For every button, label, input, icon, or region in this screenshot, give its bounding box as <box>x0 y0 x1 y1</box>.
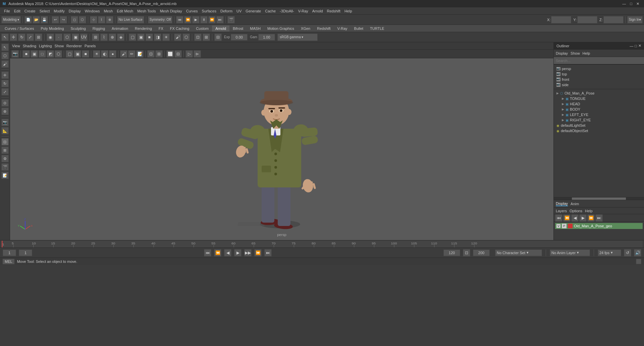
vp-tb-safe1[interactable]: ⬜ <box>166 50 174 58</box>
outliner-menu-help[interactable]: Help <box>583 51 590 55</box>
vp-tb-iso2[interactable]: ⊞ <box>155 50 163 58</box>
open-btn[interactable]: 📂 <box>33 16 40 23</box>
vp-tb-smooth-wire[interactable]: ▣ <box>74 50 81 58</box>
vertex-mode-btn[interactable]: · <box>55 34 62 41</box>
menu-vray[interactable]: V-Ray <box>296 8 310 14</box>
menu-edit[interactable]: Edit <box>12 8 22 14</box>
camera-persp-item[interactable]: 📷 persp <box>555 66 643 71</box>
vp-tb-paint3[interactable]: 📝 <box>136 50 144 58</box>
attr-editor-btn[interactable]: ⊞ <box>1 147 9 154</box>
no-live-surface-btn[interactable]: No Live Surface <box>117 16 144 23</box>
resolution-btn[interactable]: ⊡ <box>194 34 202 41</box>
outliner-menu-show[interactable]: Show <box>571 51 580 55</box>
tab-sculpting[interactable]: Sculpting <box>67 25 89 32</box>
tab-turtle[interactable]: TURTLE <box>367 25 388 32</box>
camera-top-item[interactable]: 📷 top <box>555 71 643 77</box>
maximize-btn[interactable]: □ <box>628 2 634 6</box>
outliner-minimize-btn[interactable]: — <box>630 44 633 48</box>
layer-item-old-man[interactable]: V P Old_Man_A_Pose_geo <box>555 223 643 229</box>
tree-item-tongue[interactable]: ▶ ▣ TONGUE <box>555 96 643 101</box>
y-field[interactable] <box>577 16 597 23</box>
tab-fx-caching[interactable]: FX Caching <box>167 25 193 32</box>
fps-dropdown[interactable]: 24 fps ▾ <box>598 249 621 256</box>
vp-tb-select3[interactable]: □ <box>39 50 46 58</box>
texture-btn[interactable]: ◨ <box>154 34 161 41</box>
vp-tb-cam-btn[interactable]: 📷 <box>11 50 19 58</box>
tab-custom[interactable]: Custom <box>193 25 212 32</box>
snap-point-btn[interactable]: ⊕ <box>106 16 113 23</box>
menu-cache[interactable]: Cache <box>263 8 278 14</box>
tree-item-light-set[interactable]: ◉ defaultLightSet <box>555 123 643 128</box>
snap-curve-btn[interactable]: ⌇ <box>98 16 105 23</box>
move-tool-btn[interactable]: ✛ <box>1 71 9 79</box>
layer-next2-btn[interactable]: ⏩ <box>587 214 595 222</box>
layer-next3-btn[interactable]: ⏭ <box>595 214 603 222</box>
sub-menu-options[interactable]: Options <box>570 209 582 213</box>
vp-tb-safe2[interactable]: ⊟ <box>174 50 182 58</box>
menu-mesh-tools[interactable]: Mesh Tools <box>135 8 158 14</box>
lasso-tool-btn[interactable]: ⬡ <box>1 52 9 59</box>
vp-tb-wire[interactable]: ▢ <box>66 50 73 58</box>
end-frame-field1[interactable] <box>443 249 460 256</box>
outliner-menu-display[interactable]: Display <box>556 51 568 55</box>
vp-tb-playblast2[interactable]: ⊳ <box>194 50 201 58</box>
render-btn[interactable]: 🎬 <box>227 16 235 23</box>
tree-item-body[interactable]: ▶ ▣ BODY <box>555 107 643 112</box>
lasso-btn[interactable]: ⬡ <box>79 16 86 23</box>
soft-mod-btn[interactable]: ⊙ <box>1 99 9 107</box>
no-character-dropdown[interactable]: No Character Set ▾ <box>495 249 542 256</box>
gamma-field[interactable]: 1.00 <box>258 34 275 41</box>
vp-tb-select5[interactable]: ⬡ <box>55 50 62 58</box>
edge-mode-btn[interactable]: ⬡ <box>63 34 71 41</box>
resource-meter-btn[interactable] <box>636 259 641 264</box>
paint-select-btn[interactable]: 🖌 <box>1 60 9 68</box>
show-manip-btn[interactable]: ⊛ <box>1 108 9 115</box>
menu-create[interactable]: Create <box>22 8 38 14</box>
vp-menu-shading[interactable]: Shading <box>23 44 36 48</box>
menu-file[interactable]: File <box>2 8 12 14</box>
redo-btn[interactable]: ↪ <box>60 16 67 23</box>
layer-prev3-btn[interactable]: ◀ <box>571 214 579 222</box>
layer-visible-check[interactable]: V <box>556 224 560 228</box>
layer-prev1-btn[interactable]: ⏮ <box>555 214 562 222</box>
tab-anim[interactable]: Anim <box>571 202 579 206</box>
select-mode-btn[interactable]: ◻ <box>71 16 78 23</box>
scale-icon-btn[interactable]: ⤢ <box>26 34 34 41</box>
tab-fx[interactable]: FX <box>155 25 167 32</box>
sub-menu-layers[interactable]: Layers <box>556 209 567 213</box>
outliner-search-input[interactable] <box>554 57 644 64</box>
light-btn[interactable]: ☀ <box>162 34 170 41</box>
menu-display[interactable]: Display <box>67 8 83 14</box>
menu-generate[interactable]: Generate <box>244 8 263 14</box>
tab-poly-modeling[interactable]: Poly Modeling <box>37 25 67 32</box>
close-btn[interactable]: ✕ <box>634 2 641 6</box>
menu-redshift[interactable]: Redshift <box>325 8 342 14</box>
playback-range-btn[interactable]: ⊡ <box>463 249 470 256</box>
tree-item-right-eye[interactable]: ▶ ▣ RIGHT_EYE <box>555 117 643 123</box>
menu-surfaces[interactable]: Surfaces <box>200 8 218 14</box>
uv-mode-btn[interactable]: UV <box>80 34 88 41</box>
wireframe-btn[interactable]: ▢ <box>129 34 136 41</box>
go-to-end-btn[interactable]: ⏭ <box>264 249 272 256</box>
snapshot-btn[interactable]: 📷 <box>1 119 9 126</box>
go-to-start-btn[interactable]: ⏮ <box>204 249 211 256</box>
undo-btn[interactable]: ↩ <box>52 16 59 23</box>
new-scene-btn[interactable]: 📄 <box>24 16 32 23</box>
face-mode-btn[interactable]: ▣ <box>72 34 79 41</box>
z-field[interactable] <box>603 16 624 23</box>
snap-grid-btn[interactable]: ⊹ <box>90 16 97 23</box>
move-icon-btn[interactable]: ✛ <box>10 34 17 41</box>
end-frame-field2[interactable] <box>473 249 490 256</box>
scale-tool-btn[interactable]: ⤢ <box>1 88 9 96</box>
tab-vray[interactable]: V-Ray <box>334 25 351 32</box>
vp-tb-iso1[interactable]: ⊡ <box>147 50 155 58</box>
vp-menu-panels[interactable]: Panels <box>85 44 96 48</box>
vp-tb-smooth[interactable]: ■ <box>82 50 89 58</box>
outliner-scrollbar[interactable] <box>554 197 644 200</box>
menu-select[interactable]: Select <box>38 8 52 14</box>
tab-animation[interactable]: Animation <box>108 25 131 32</box>
tab-xgen[interactable]: XGen <box>298 25 314 32</box>
paint-btn[interactable]: 🖌 <box>174 34 181 41</box>
current-frame-field[interactable] <box>19 249 32 256</box>
x-field[interactable] <box>551 16 571 23</box>
